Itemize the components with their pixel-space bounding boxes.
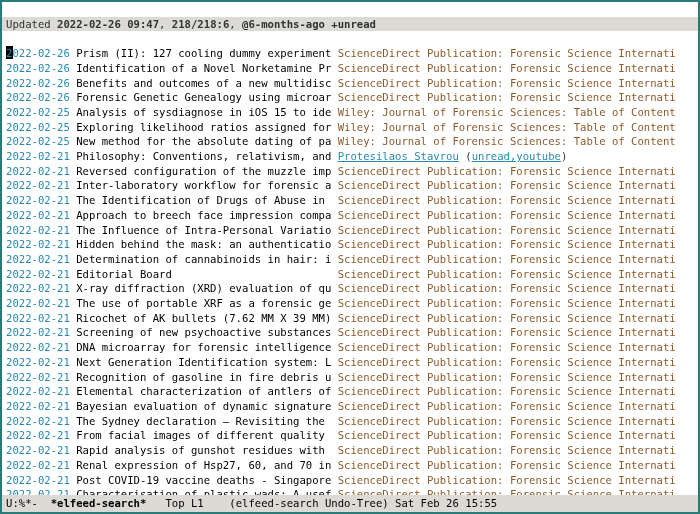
entry-feed: ScienceDirect Publication: Forensic Scie… — [338, 326, 676, 338]
entry-row[interactable]: 2022-02-21 Next Generation Identificatio… — [2, 355, 698, 370]
entry-date: 2022-02-21 — [6, 474, 70, 486]
entry-row[interactable]: 2022-02-21 The Sydney declaration – Revi… — [2, 414, 698, 429]
header-line: Updated 2022-02-26 09:47, 218/218:6, @6-… — [2, 17, 698, 32]
entry-row[interactable]: 2022-02-21 From facial images of differe… — [2, 428, 698, 443]
entry-title: Renal expression of Hsp27, 60, and 70 in — [76, 459, 338, 471]
entry-row[interactable]: 2022-02-21 Editorial Board ScienceDirect… — [2, 267, 698, 282]
entry-row[interactable]: 2022-02-21 Rapid analysis of gunshot res… — [2, 443, 698, 458]
entry-title: Editorial Board — [76, 268, 338, 280]
entry-date: 2022-02-21 — [6, 400, 70, 412]
modeline-time: Sat Feb 26 15:55 — [395, 497, 497, 509]
header-counts: 218/218:6 — [172, 18, 229, 30]
entry-row[interactable]: 2022-02-26 Forensic Genetic Genealogy us… — [2, 90, 698, 105]
entry-row[interactable]: 2022-02-21 Philosophy: Conventions, rela… — [2, 149, 698, 164]
entry-row[interactable]: 2022-02-21 Determination of cannabinoids… — [2, 252, 698, 267]
entry-row[interactable]: 2022-02-21 Characterisation of plastic w… — [2, 487, 698, 495]
entry-row[interactable]: 2022-02-21 DNA microarray for forensic i… — [2, 340, 698, 355]
entry-feed: ScienceDirect Publication: Forensic Scie… — [338, 297, 676, 309]
entry-feed: ScienceDirect Publication: Forensic Scie… — [338, 268, 676, 280]
entry-feed: ScienceDirect Publication: Forensic Scie… — [338, 62, 676, 74]
entry-feed: ScienceDirect Publication: Forensic Scie… — [338, 459, 676, 471]
modeline-modes: (elfeed-search Undo-Tree) — [223, 497, 395, 509]
entry-row[interactable]: 2022-02-21 Recognition of gasoline in fi… — [2, 370, 698, 385]
entry-row[interactable]: 2022-02-21 Post COVID-19 vaccine deaths … — [2, 473, 698, 488]
entry-row[interactable]: 2022-02-26 Prism (II): 127 cooling dummy… — [2, 46, 698, 61]
entry-feed: ScienceDirect Publication: Forensic Scie… — [338, 47, 676, 59]
entry-feed: ScienceDirect Publication: Forensic Scie… — [338, 444, 676, 456]
entry-row[interactable]: 2022-02-21 The use of portable XRF as a … — [2, 296, 698, 311]
header-prefix: Updated — [6, 18, 57, 30]
entry-row[interactable]: 2022-02-21 X-ray diffraction (XRD) evalu… — [2, 281, 698, 296]
entry-title: The Identification of Drugs of Abuse in — [76, 194, 338, 206]
header-sep2: , — [229, 18, 242, 30]
modeline-buffer: *elfeed-search* — [51, 497, 147, 509]
entry-row[interactable]: 2022-02-21 Reversed configuration of the… — [2, 164, 698, 179]
entry-title: Next Generation Identification system: L — [76, 356, 338, 368]
mode-line: U:%*- *elfeed-search* Top L1 (elfeed-sea… — [2, 495, 698, 512]
entry-title: Analysis of sysdiagnose in iOS 15 to ide — [76, 106, 338, 118]
entry-title: Approach to breech face impression compa — [76, 209, 338, 221]
entry-title: New method for the absolute dating of pa — [76, 135, 338, 147]
entry-date: 2022-02-26 — [6, 91, 70, 103]
header-timestamp: 2022-02-26 09:47 — [57, 18, 159, 30]
entry-row[interactable]: 2022-02-21 Bayesian evaluation of dynami… — [2, 399, 698, 414]
entry-date: 2022-02-21 — [6, 326, 70, 338]
entry-date: 2022-02-21 — [6, 459, 70, 471]
entry-row[interactable]: 2022-02-21 The Identification of Drugs o… — [2, 193, 698, 208]
entry-date: 2022-02-21 — [6, 179, 70, 191]
modeline-pos: Top L1 — [146, 497, 223, 509]
entry-row[interactable]: 2022-02-26 Benefits and outcomes of a ne… — [2, 76, 698, 91]
entry-row[interactable]: 2022-02-21 Inter-laboratory workflow for… — [2, 178, 698, 193]
entry-date: 2022-02-21 — [6, 268, 70, 280]
header-sep: , — [159, 18, 172, 30]
entry-row[interactable]: 2022-02-25 Analysis of sysdiagnose in iO… — [2, 105, 698, 120]
entry-title: Rapid analysis of gunshot residues with — [76, 444, 338, 456]
entry-date: 2022-02-21 — [6, 194, 70, 206]
entry-row[interactable]: 2022-02-21 Renal expression of Hsp27, 60… — [2, 458, 698, 473]
entry-title: The use of portable XRF as a forensic ge — [76, 297, 338, 309]
entry-row[interactable]: 2022-02-21 Screening of new psychoactive… — [2, 325, 698, 340]
header-filter: @6-months-ago +unread — [242, 18, 376, 30]
entry-feed: ScienceDirect Publication: Forensic Scie… — [338, 179, 676, 191]
entry-row[interactable]: 2022-02-21 Hidden behind the mask: an au… — [2, 237, 698, 252]
entry-row[interactable]: 2022-02-25 Exploring likelihood ratios a… — [2, 120, 698, 135]
entry-date: 2022-02-26 — [6, 62, 70, 74]
entry-title: Bayesian evaluation of dynamic signature — [76, 400, 338, 412]
entry-feed: ScienceDirect Publication: Forensic Scie… — [338, 400, 676, 412]
entry-feed: ScienceDirect Publication: Forensic Scie… — [338, 238, 676, 250]
entry-feed: ScienceDirect Publication: Forensic Scie… — [338, 474, 676, 486]
entry-title: From facial images of different quality — [76, 429, 338, 441]
entry-date: 2022-02-21 — [6, 224, 70, 236]
entry-date: 2022-02-21 — [6, 356, 70, 368]
entry-date: 2022-02-21 — [6, 429, 70, 441]
entry-title: DNA microarray for forensic intelligence — [76, 341, 338, 353]
emacs-window: { "header": { "prefix": "Updated ", "tim… — [0, 0, 700, 514]
entry-row[interactable]: 2022-02-21 Elemental characterization of… — [2, 384, 698, 399]
entry-title: Exploring likelihood ratios assigned for — [76, 121, 338, 133]
entry-date: 2022-02-21 — [6, 150, 70, 162]
entry-title: Philosophy: Conventions, relativism, and — [76, 150, 338, 162]
entry-title: Hidden behind the mask: an authenticatio — [76, 238, 338, 250]
entry-date: 2022-02-21 — [6, 282, 70, 294]
entry-title: Inter-laboratory workflow for forensic a — [76, 179, 338, 191]
entry-title: Forensic Genetic Genealogy using microar — [76, 91, 338, 103]
entry-row[interactable]: 2022-02-26 Identification of a Novel Nor… — [2, 61, 698, 76]
entry-row[interactable]: 2022-02-21 The Influence of Intra-Person… — [2, 223, 698, 238]
entry-date: 2022-02-21 — [6, 165, 70, 177]
entry-row[interactable]: 2022-02-21 Approach to breech face impre… — [2, 208, 698, 223]
paren-open: ( — [459, 150, 472, 162]
buffer-content[interactable]: Updated 2022-02-26 09:47, 218/218:6, @6-… — [2, 2, 698, 495]
entry-feed: ScienceDirect Publication: Forensic Scie… — [338, 385, 676, 397]
entry-date: 2022-02-25 — [6, 135, 70, 147]
entry-row[interactable]: 2022-02-25 New method for the absolute d… — [2, 134, 698, 149]
entry-row[interactable]: 2022-02-21 Ricochet of AK bullets (7.62 … — [2, 311, 698, 326]
entry-title: X-ray diffraction (XRD) evaluation of qu — [76, 282, 338, 294]
entry-date: 2022-02-21 — [6, 488, 70, 495]
modeline-left: U:%*- — [6, 497, 51, 509]
entry-title: Prism (II): 127 cooling dummy experiment — [76, 47, 338, 59]
entry-feed: ScienceDirect Publication: Forensic Scie… — [338, 282, 676, 294]
entry-author[interactable]: Protesilaos Stavrou — [338, 150, 459, 162]
entry-title: Reversed configuration of the muzzle imp — [76, 165, 338, 177]
entry-date: 2022-02-26 — [6, 47, 70, 59]
entry-feed: ScienceDirect Publication: Forensic Scie… — [338, 312, 676, 324]
